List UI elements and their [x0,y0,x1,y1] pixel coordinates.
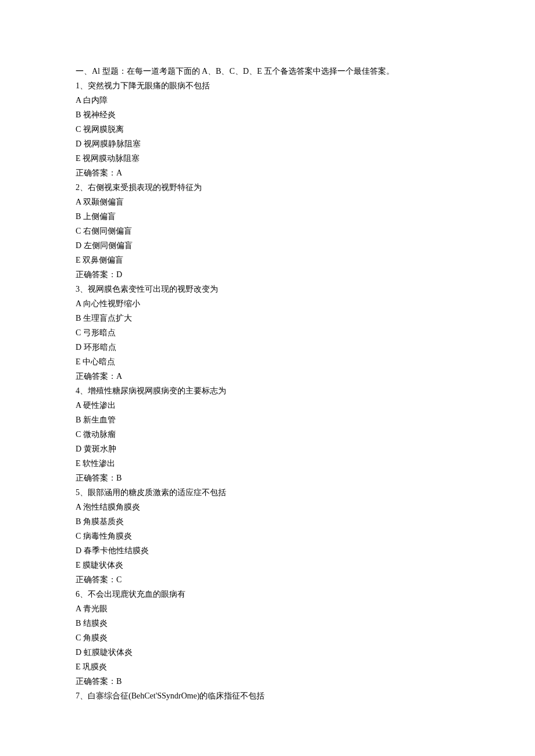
option: B 视神经炎 [76,108,459,122]
option: A 泡性结膜角膜炎 [76,500,459,514]
option: B 新生血管 [76,413,459,427]
option: C 右侧同侧偏盲 [76,224,459,238]
answer: 正确答案：D [76,267,459,282]
option: A 青光眼 [76,601,459,616]
question-stem: 5、眼部涵用的糖皮质激素的适应症不包括 [76,485,459,500]
option: E 中心暗点 [76,354,459,369]
answer: 正确答案：C [76,572,459,587]
question-stem: 2、右侧视束受损表现的视野特征为 [76,180,459,195]
answer: 正确答案：A [76,166,459,180]
option: D 春季卡他性结膜炎 [76,543,459,558]
question-stem: 1、突然视力下降无眼痛的眼病不包括 [76,78,459,93]
option: C 微动脉瘤 [76,427,459,442]
option: C 病毒性角膜炎 [76,529,459,543]
option: D 黄斑水肿 [76,442,459,456]
document-page: 一、Al 型题：在每一道考题下面的 A、B、C、D、E 五个备选答案中选择一个最… [0,0,535,756]
answer: 正确答案：A [76,369,459,384]
option: B 结膜炎 [76,616,459,630]
option: D 虹膜睫状体炎 [76,645,459,660]
option: E 膜睫状体炎 [76,558,459,572]
option: B 上侧偏盲 [76,209,459,224]
answer: 正确答案：B [76,471,459,485]
option: E 巩膜炎 [76,660,459,674]
question-stem: 6、不会出现鹿状充血的眼病有 [76,587,459,601]
option: C 弓形暗点 [76,325,459,340]
option: A 白内障 [76,93,459,108]
question-stem: 7、白寨综合征(BehCet'SSyndrOme)的临床指征不包括 [76,689,459,703]
option: C 角膜炎 [76,630,459,645]
option: E 视网膜动脉阻塞 [76,151,459,166]
option: E 软性渗出 [76,456,459,471]
question-stem: 4、增殖性糖尿病视网膜病变的主要标志为 [76,384,459,398]
answer: 正确答案：B [76,674,459,689]
option: A 向心性视野缩小 [76,296,459,311]
option: B 生理盲点扩大 [76,311,459,325]
option: D 视网膜静脉阻塞 [76,137,459,151]
section-header: 一、Al 型题：在每一道考题下面的 A、B、C、D、E 五个备选答案中选择一个最… [76,64,459,78]
option: C 视网膜脱离 [76,122,459,137]
option: D 环形暗点 [76,340,459,354]
option: B 角膜基质炎 [76,514,459,529]
option: E 双鼻侧偏盲 [76,253,459,267]
option: A 硬性渗出 [76,398,459,413]
option: A 双颞侧偏盲 [76,195,459,209]
question-stem: 3、视网膜色素变性可出现的视野改变为 [76,282,459,296]
option: D 左侧同侧偏盲 [76,238,459,253]
